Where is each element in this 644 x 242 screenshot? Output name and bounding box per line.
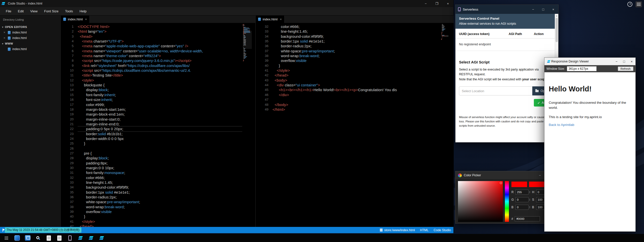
scroll-thumb[interactable]: [556, 18, 558, 42]
taskbar-serverless-app[interactable]: [67, 234, 73, 241]
taskbar-notes-app[interactable]: [56, 234, 63, 241]
sidebar-item-index.html[interactable]: ×index.html: [0, 35, 60, 41]
code-studio-window: Code Studio - index.html − ❐ × FileEditV…: [0, 0, 454, 233]
menu-icon[interactable]: [635, 1, 642, 7]
html-file-icon: [8, 31, 11, 34]
minimap-line: [441, 36, 450, 36]
minimize-icon[interactable]: −: [528, 5, 538, 14]
tab-close-icon[interactable]: ×: [85, 17, 87, 21]
code-line: <!DOCTYPE html>: [78, 24, 242, 29]
title-bar[interactable]: Code Studio - index.html − ❐ ×: [0, 0, 453, 7]
clock-icon[interactable]: [627, 2, 632, 7]
close-file-icon[interactable]: ×: [4, 36, 6, 40]
code-editor[interactable]: 323334353637383940414243444546474849 col…: [256, 23, 454, 227]
taskbar-search-app[interactable]: [35, 234, 42, 241]
channel-value-input[interactable]: 0: [536, 190, 545, 195]
maximize-icon[interactable]: □: [538, 5, 548, 14]
menu-item-edit[interactable]: Edit: [15, 7, 27, 16]
close-icon[interactable]: ×: [628, 58, 635, 65]
taskbar-code-studio-window-2[interactable]: [88, 234, 95, 241]
window-controls: − ❐ ×: [420, 0, 453, 7]
line-number: 41: [61, 219, 74, 224]
close-icon[interactable]: ×: [548, 5, 558, 14]
taskbar-text-document-app[interactable]: [45, 234, 52, 241]
code-line: <h1><br></h1><h1>Hello World!<br></h1><p…: [272, 87, 441, 92]
minimap-line: [441, 35, 450, 36]
window-title: Color Picker: [464, 174, 481, 177]
menu-item-font-size[interactable]: Font Size: [41, 7, 62, 16]
channel-value-input[interactable]: 0: [515, 197, 529, 202]
taskbar-code-studio-window-3[interactable]: [98, 234, 105, 241]
minimap-viewport[interactable]: [243, 31, 252, 49]
taskbar-files-app[interactable]: [24, 234, 31, 241]
minimap[interactable]: [243, 24, 252, 227]
line-number-gutter: 323334353637383940414243444546474849: [256, 23, 272, 227]
channel-value-input[interactable]: 0: [515, 205, 529, 210]
code-line: padding:8px;: [78, 161, 242, 165]
scroll-up-icon[interactable]: ▲: [555, 14, 558, 18]
back-link[interactable]: Back to Aprintlab: [549, 123, 574, 127]
chevron-down-icon: ▾: [2, 26, 3, 28]
language-mode-status[interactable]: HTML: [420, 228, 428, 232]
tab-bar: index.html ×: [256, 16, 454, 23]
hex-input[interactable]: [515, 216, 540, 221]
datetime-status[interactable]: Thu May 11 2023 21:54:48 GMT+0800 (台北標準時…: [5, 227, 81, 233]
line-number: 9: [61, 63, 74, 68]
tab-index-html[interactable]: index.html ×: [256, 16, 285, 23]
tab-close-icon[interactable]: ×: [280, 17, 282, 21]
code-line: </head>: [78, 224, 242, 227]
sidebar-section-www[interactable]: ▾WWW: [0, 41, 60, 46]
channel-value-input[interactable]: 100: [536, 205, 545, 210]
remote-flag-icon[interactable]: [3, 229, 3, 232]
code-line: white-space:pre-wrap!important;: [78, 199, 242, 204]
stepper-icon[interactable]: ▲▼: [529, 206, 530, 209]
serverless-title-bar[interactable]: Serverless − □ ×: [455, 5, 558, 14]
minimap[interactable]: [441, 24, 450, 227]
taskbar-code-studio-window-1[interactable]: [77, 234, 84, 241]
code-line: <style>: [78, 78, 242, 83]
channel-value-input[interactable]: 100: [536, 197, 545, 202]
minimize-icon[interactable]: −: [613, 58, 620, 65]
minimap-line: [441, 28, 450, 28]
line-number: 40: [61, 214, 74, 219]
menu-item-tools[interactable]: Tools: [62, 7, 76, 16]
editor-pane-left: index.html × 123456789101112131415161718…: [61, 16, 255, 227]
channel-value-input[interactable]: 255: [515, 190, 529, 195]
code-editor[interactable]: 1234567891011121314151617181920212223242…: [61, 23, 255, 227]
sidebar: Directory Listing ▾OPEN EDITORS×index.ht…: [0, 16, 61, 227]
close-icon[interactable]: ×: [442, 0, 453, 7]
refresh-button[interactable]: Refresh: [618, 66, 633, 71]
sidebar-section-open-editors[interactable]: ▾OPEN EDITORS: [0, 24, 60, 30]
color-picker-title-bar[interactable]: Color Picker −: [455, 171, 545, 180]
menu-item-view[interactable]: View: [27, 7, 41, 16]
responsive-title-bar[interactable]: Responsive Design Viewer − □ ×: [544, 58, 635, 65]
close-file-icon[interactable]: ×: [4, 31, 6, 34]
tab-index-html[interactable]: index.html ×: [61, 16, 90, 23]
color-cursor[interactable]: [500, 182, 502, 184]
minimap-line: [441, 30, 450, 31]
line-number-gutter: 1234567891011121314151617181920212223242…: [61, 23, 78, 227]
minimize-icon[interactable]: −: [535, 174, 545, 177]
hue-slider[interactable]: [505, 181, 509, 222]
script-location-input[interactable]: [459, 86, 532, 95]
maximize-icon[interactable]: □: [620, 58, 628, 65]
code-line: margin-block-end:1em;: [78, 112, 242, 117]
sidebar-item-index.html[interactable]: index.html: [0, 46, 60, 52]
phone-icon: [458, 7, 461, 11]
restore-icon[interactable]: ❐: [431, 0, 442, 7]
saturation-value-field[interactable]: [458, 181, 503, 222]
sidebar-item-index.html[interactable]: ×index.html: [0, 30, 60, 35]
preview-page: Hello World! Congratulation! You discove…: [544, 72, 635, 231]
file-path-status[interactable]: store:/www/index.html: [380, 228, 415, 232]
taskbar-browser-app[interactable]: [14, 234, 20, 241]
taskbar-app-launcher[interactable]: [3, 234, 10, 241]
panel-subtitle: Allow external services to run AGI scrip…: [459, 22, 551, 25]
minimize-icon[interactable]: −: [420, 0, 431, 7]
window-size-input[interactable]: [567, 66, 597, 71]
menu-item-file[interactable]: File: [3, 7, 15, 16]
stepper-icon[interactable]: ▲▼: [529, 191, 530, 193]
code-line: border-radius:2px;: [78, 195, 242, 199]
menu-item-help[interactable]: Help: [76, 7, 90, 16]
channel-hsb-b: B100▲▼: [532, 205, 545, 210]
stepper-icon[interactable]: ▲▼: [529, 198, 530, 201]
